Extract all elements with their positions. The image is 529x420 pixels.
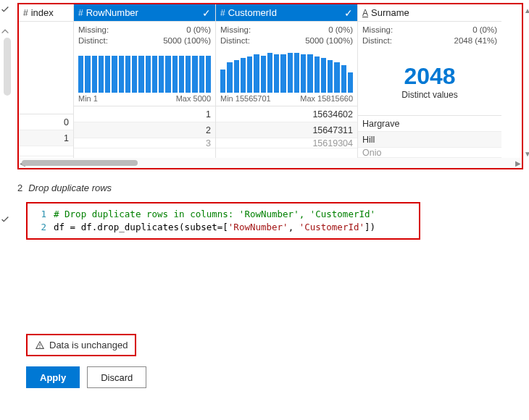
data-preview: # index 0 1 # RowNumber ✓ Missing:0 (0%)…	[17, 3, 523, 169]
numeric-icon: #	[220, 8, 225, 18]
table-cell: 15634602	[216, 106, 357, 122]
check-icon: ✓	[202, 7, 211, 19]
step-complete-icon	[0, 214, 10, 224]
code-line: 2 df = df.drop_duplicates(subset=['RowNu…	[33, 221, 413, 234]
button-bar: Apply Discard	[26, 366, 523, 388]
table-cell: 15619304	[216, 138, 357, 148]
column-stats: Missing:0 (0%) Distinct:2048 (41%)	[358, 22, 501, 48]
scroll-up-icon[interactable]: ▲	[523, 6, 529, 14]
vertical-scrollbar[interactable]: ▲ ▼	[523, 6, 529, 158]
scrollbar-thumb[interactable]	[22, 160, 138, 166]
distinct-summary: 2048 Distinct values	[358, 48, 501, 116]
column-name: RowNumber	[86, 7, 138, 18]
code-comment: # Drop duplicate rows in columns: 'RowNu…	[54, 208, 375, 221]
table-cell: 2	[74, 122, 215, 138]
step-number: 2	[17, 182, 22, 193]
column-surname: A Surname Missing:0 (0%) Distinct:2048 (…	[358, 4, 501, 158]
apply-button[interactable]: Apply	[26, 366, 80, 388]
text-icon: A	[362, 8, 368, 18]
column-name: index	[31, 7, 54, 18]
table-cell: 15647311	[216, 122, 357, 138]
column-header-rownumber[interactable]: # RowNumber ✓	[74, 4, 215, 22]
step-header: 2 Drop duplicate rows	[17, 182, 523, 193]
table-cell: Onio	[358, 148, 501, 158]
histogram-rownumber	[74, 48, 215, 93]
column-customerid: # CustomerId ✓ Missing:0 (0%) Distinct:5…	[216, 4, 358, 158]
table-cell: Hill	[358, 132, 501, 148]
column-rownumber: # RowNumber ✓ Missing:0 (0%) Distinct:50…	[74, 4, 216, 158]
horizontal-scrollbar[interactable]: ◀ ▶	[19, 158, 522, 168]
column-name: Surname	[371, 7, 409, 18]
scroll-down-icon[interactable]: ▼	[523, 149, 529, 158]
column-header-customerid[interactable]: # CustomerId ✓	[216, 4, 357, 22]
column-name: CustomerId	[228, 7, 277, 18]
code-line: 1 # Drop duplicate rows in columns: 'Row…	[33, 208, 413, 221]
index-cell: 1	[19, 130, 73, 146]
numeric-icon: #	[78, 8, 83, 18]
check-icon: ✓	[344, 7, 353, 19]
table-cell: 3	[74, 138, 215, 148]
scroll-right-icon[interactable]: ▶	[513, 158, 523, 168]
svg-point-1	[39, 346, 40, 347]
step-complete-icon	[0, 4, 10, 14]
warning-icon	[35, 340, 45, 350]
column-stats: Missing:0 (0%) Distinct:5000 (100%)	[216, 22, 357, 48]
status-text: Data is unchanged	[49, 340, 128, 350]
numeric-icon: #	[23, 8, 28, 18]
column-stats: Missing:0 (0%) Distinct:5000 (100%)	[74, 22, 215, 48]
range-labels: Min 1 Max 5000	[74, 93, 215, 106]
chevron-up-icon	[0, 26, 10, 36]
table-cell: Hargrave	[358, 116, 501, 132]
index-cell	[19, 146, 73, 156]
step-title: Drop duplicate rows	[28, 182, 112, 193]
status-banner: Data is unchanged	[26, 334, 136, 356]
line-number: 1	[33, 208, 46, 221]
code-text: df = df.drop_duplicates(subset=['RowNumb…	[54, 221, 375, 234]
range-labels: Min 15565701 Max 15815660	[216, 93, 357, 106]
table-cell: 1	[74, 106, 215, 122]
histogram-customerid	[216, 48, 357, 93]
code-editor[interactable]: 1 # Drop duplicate rows in columns: 'Row…	[26, 202, 420, 240]
column-header-index[interactable]: # index	[19, 4, 73, 22]
gutter-scrollbar-thumb[interactable]	[4, 38, 11, 96]
column-index: # index 0 1	[19, 4, 74, 158]
index-cell: 0	[19, 114, 73, 130]
line-number: 2	[33, 221, 46, 234]
column-header-surname[interactable]: A Surname	[358, 4, 501, 22]
gutter	[0, 0, 14, 420]
discard-button[interactable]: Discard	[87, 366, 146, 388]
main-content: # index 0 1 # RowNumber ✓ Missing:0 (0%)…	[14, 0, 529, 420]
